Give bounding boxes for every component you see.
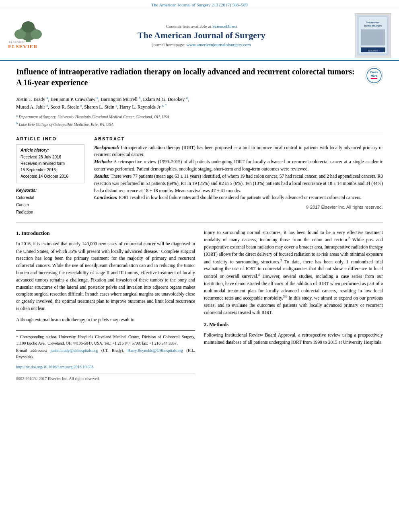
results-label: Results: (94, 174, 109, 179)
svg-text:ELSEVIER: ELSEVIER (368, 49, 378, 52)
results-text: There were 77 patients (mean age 63 ± 11… (94, 174, 383, 193)
svg-point-4 (22, 21, 35, 33)
affiliations: a Department of Surgery, University Hosp… (16, 113, 383, 128)
methods-para-1: Following Institutional Review Board App… (204, 332, 383, 346)
intro-para-1: In 2016, it is estimated that nearly 140… (16, 240, 195, 312)
contents-prefix: Contents lists available at (166, 24, 212, 29)
author-1: Justin T. Brady a, (16, 97, 51, 102)
author-4: Eslam M.G. Dosokey a, (143, 97, 189, 102)
revised-date: 15 September 2016 (21, 167, 80, 173)
author-6: Scott R. Steele a, (50, 104, 84, 110)
author-7: Sharon L. Stein a, (84, 104, 119, 110)
journal-citation-text: The American Journal of Surgery 213 (201… (151, 2, 248, 7)
journal-title-area: Contents lists available at ScienceDirec… (60, 24, 343, 47)
methods-num: 2. (204, 321, 208, 327)
journal-cover-area: The American Journal of Surgery ELSEVIER (343, 13, 391, 58)
journal-citation-bar: The American Journal of Surgery 213 (201… (0, 0, 399, 9)
elsevier-logo: ELSEVIER ELSEVIER (8, 21, 60, 50)
doi-section: http://dx.doi.org/10.1016/j.amjsurg.2016… (16, 364, 195, 371)
body-right-column: injury to surrounding normal structures,… (204, 229, 383, 382)
keyword-2: Cancer (16, 201, 84, 209)
footnotes-section: * Corresponding author. University Hospi… (16, 330, 195, 360)
keywords-label: Keywords: (16, 188, 84, 193)
accepted-date: Accepted 14 October 2016 (21, 173, 80, 180)
doi-link[interactable]: http://dx.doi.org/10.1016/j.amjsurg.2016… (16, 365, 94, 369)
journal-title: The American Journal of Surgery (68, 30, 335, 41)
svg-text:Cross: Cross (370, 71, 378, 74)
abstract-column: ABSTRACT Background: Intraoperative radi… (94, 136, 383, 216)
journal-cover-thumbnail: The American Journal of Surgery ELSEVIER (355, 13, 391, 58)
crossmark-icon: Cross Mark (366, 68, 382, 83)
received-revised-label: Received in revised form (21, 160, 80, 167)
email-footnote: E-mail addresses: justin.brady@uhhospita… (16, 347, 195, 360)
elsevier-tree-icon: ELSEVIER (8, 21, 48, 43)
author-3: Barrington Murrell b, (101, 97, 143, 102)
author-8: Harry L. Reynolds Jr a, * (119, 104, 167, 110)
affiliation-b: b Lake Erie College of Osteopathic Medic… (16, 121, 383, 127)
bottom-copyright: 0002-9610/© 2017 Elsevier Inc. All right… (16, 374, 195, 382)
copyright-line: © 2017 Elsevier Inc. All rights reserved… (94, 205, 383, 210)
svg-text:Mark: Mark (370, 74, 377, 77)
received-date: Received 28 July 2016 (21, 154, 80, 160)
abstract-text: Background: Intraoperative radiation the… (94, 144, 383, 202)
author-2: Benjamin P. Crawshaw a, (51, 97, 101, 102)
keyword-1: Colorectal (16, 194, 84, 201)
author-5: Murad A. Jabir a, (16, 104, 50, 110)
svg-text:ELSEVIER: ELSEVIER (9, 40, 25, 43)
methods-title: 2. Methods (204, 320, 383, 329)
methods-label: Methods: (94, 159, 112, 164)
methods-title-text: Methods (209, 321, 228, 327)
abstract-heading: ABSTRACT (94, 136, 383, 141)
email-label: E-mail addresses: (16, 348, 50, 353)
keywords-box: Keywords: Colorectal Cancer Radiation (16, 188, 84, 216)
background-text: Intraoperative radiation therapy (IORT) … (94, 145, 383, 157)
intro-title: Introduction (21, 230, 50, 236)
elsevier-text-label: ELSEVIER (8, 43, 38, 50)
affiliation-a: a Department of Surgery, University Hosp… (16, 113, 383, 120)
main-content: Influence of intraoperative radiation th… (0, 61, 399, 390)
conclusion-label: Conclusion: (94, 195, 117, 200)
methods-text: A retrospective review (1999–2015) of al… (94, 159, 383, 171)
article-title-section: Influence of intraoperative radiation th… (16, 66, 383, 91)
keyword-3: Radiation (16, 209, 84, 216)
body-left-column: 1. Introduction In 2016, it is estimated… (16, 229, 195, 382)
intro-num: 1. (16, 230, 20, 236)
intro-para-2: Although external beam radiotherapy to t… (16, 316, 195, 324)
email-1-name: (J.T. Brady), (101, 348, 124, 353)
conclusion-text: IORT resulted in low local failure rates… (119, 195, 361, 200)
info-abstract-section: ARTICLE INFO Article history: Received 2… (16, 132, 383, 216)
svg-text:The American: The American (366, 21, 380, 24)
body-section: 1. Introduction In 2016, it is estimated… (16, 229, 383, 382)
email-2-link[interactable]: Harry.Reynolds@UHhospitals.org (128, 348, 183, 353)
section-divider (16, 222, 383, 223)
svg-rect-10 (361, 29, 385, 45)
article-info-column: ARTICLE INFO Article history: Received 2… (16, 136, 84, 216)
journal-header: ELSEVIER ELSEVIER Contents lists availab… (0, 9, 399, 61)
introduction-title: 1. Introduction (16, 229, 195, 237)
homepage-url[interactable]: www.americanjournalofsurgery.com (186, 42, 251, 47)
background-label: Background: (94, 145, 119, 150)
history-label: Article history: (21, 148, 80, 152)
science-direct-link[interactable]: ScienceDirect (212, 24, 237, 29)
authors-line: Justin T. Brady a, Benjamin P. Crawshaw … (16, 95, 383, 111)
journal-homepage-line: journal homepage: www.americanjournalofs… (68, 42, 335, 47)
cover-thumbnail-svg: The American Journal of Surgery ELSEVIER (357, 15, 389, 55)
article-info-heading: ARTICLE INFO (16, 136, 84, 141)
right-col-intro-para: injury to surrounding normal structures,… (204, 229, 383, 316)
svg-text:Journal of Surgery: Journal of Surgery (364, 25, 382, 27)
article-history-box: Article history: Received 28 July 2016 R… (16, 144, 84, 183)
email-1-link[interactable]: justin.brady@uhhospitals.org (50, 348, 98, 353)
corresponding-footnote: * Corresponding author. University Hospi… (16, 334, 195, 347)
contents-line: Contents lists available at ScienceDirec… (68, 24, 335, 29)
crossmark-logo[interactable]: Cross Mark (365, 66, 383, 84)
homepage-prefix: journal homepage: (152, 42, 186, 47)
article-title: Influence of intraoperative radiation th… (16, 66, 365, 88)
publisher-logo-area: ELSEVIER ELSEVIER (8, 21, 60, 50)
